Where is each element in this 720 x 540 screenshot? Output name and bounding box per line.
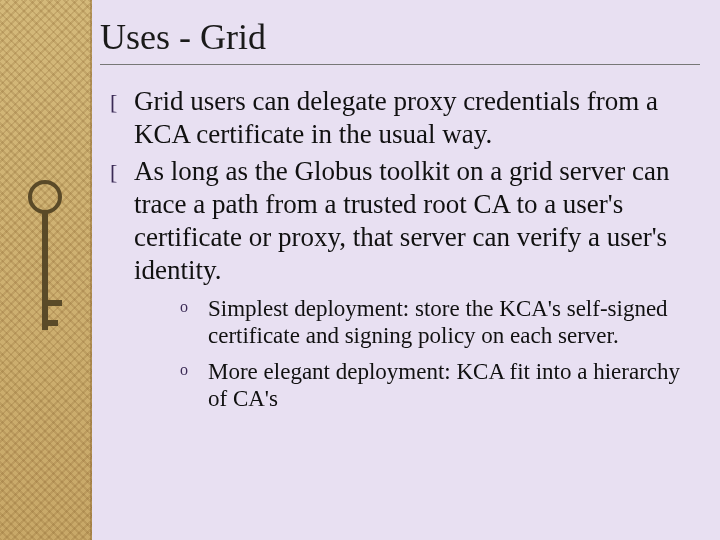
key-icon bbox=[28, 180, 62, 360]
list-item: o More elegant deployment: KCA fit into … bbox=[180, 358, 680, 413]
sub-bullet-text: Simplest deployment: store the KCA's sel… bbox=[208, 296, 668, 349]
sub-bullet-icon: o bbox=[180, 297, 188, 316]
bullet-icon: [ bbox=[110, 91, 117, 113]
sub-bullet-list: o Simplest deployment: store the KCA's s… bbox=[180, 295, 700, 413]
slide-title: Uses - Grid bbox=[100, 16, 700, 65]
sidebar-texture bbox=[0, 0, 92, 540]
bullet-text: Grid users can delegate proxy credential… bbox=[134, 86, 658, 149]
sub-bullet-text: More elegant deployment: KCA fit into a … bbox=[208, 359, 680, 412]
list-item: [ Grid users can delegate proxy credenti… bbox=[110, 85, 688, 151]
list-item: [ As long as the Globus toolkit on a gri… bbox=[110, 155, 688, 287]
content-area: Uses - Grid [ Grid users can delegate pr… bbox=[100, 16, 700, 421]
bullet-text: As long as the Globus toolkit on a grid … bbox=[134, 156, 669, 285]
bullet-icon: [ bbox=[110, 161, 117, 183]
list-item: o Simplest deployment: store the KCA's s… bbox=[180, 295, 680, 350]
main-bullet-list: [ Grid users can delegate proxy credenti… bbox=[110, 85, 700, 287]
sub-bullet-icon: o bbox=[180, 360, 188, 379]
slide: Uses - Grid [ Grid users can delegate pr… bbox=[0, 0, 720, 540]
